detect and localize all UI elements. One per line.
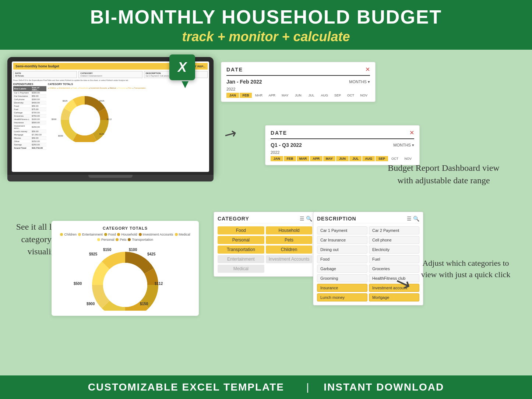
category-filter-icon[interactable]: ☰ [300, 216, 304, 222]
dashboard-text-content: Budget Report Dashboard view with adjust… [366, 162, 521, 187]
date-panel-2-months-label[interactable]: MONTHS ▾ [393, 143, 414, 148]
bottom-right-text: Adjust which categories to view with jus… [411, 258, 521, 280]
month-button[interactable]: MAY [279, 93, 292, 98]
month-button[interactable]: AUG [362, 156, 375, 161]
month-button[interactable]: NOV [402, 156, 414, 161]
month-button[interactable]: SEP [376, 156, 388, 161]
category-chip[interactable]: Entertainment [218, 255, 264, 263]
ss-table-row: Movies$50.00 [13, 137, 46, 140]
legend-label: Investment Accounts [143, 233, 173, 236]
month-button[interactable]: OCT [345, 93, 357, 98]
svg-text:$150: $150 [103, 248, 112, 252]
description-filter-icon[interactable]: ☰ [407, 216, 412, 222]
category-chip[interactable]: Pets [266, 236, 313, 244]
description-chip[interactable]: Insurance [317, 284, 367, 292]
month-button[interactable]: MAR [297, 156, 309, 161]
ss-table-row: Fuel$75.00 [13, 108, 46, 111]
month-button[interactable]: OCT [389, 156, 401, 161]
date-panel-2-months[interactable]: JANFEBMARAPRMAYJUNJULAUGSEPOCTNOV [271, 156, 414, 161]
description-chip[interactable]: Grooming [317, 274, 367, 282]
legend-label: Food [108, 233, 116, 236]
month-button[interactable]: MAR [253, 93, 265, 98]
month-button[interactable]: FEB [284, 156, 296, 161]
ss-table-row: Insurance$500.00 [13, 121, 46, 124]
page-header: BI-MONTHLY HOUSEHOLD BUDGET track + moni… [0, 0, 532, 50]
description-chip[interactable]: Food [317, 255, 367, 263]
month-button[interactable]: MAY [323, 156, 336, 161]
month-button[interactable]: JUN [336, 156, 349, 161]
ss-table-row: HealthFitness c.$100.00 [13, 118, 46, 121]
month-button[interactable]: JUL [305, 93, 318, 98]
category-chip[interactable]: Medical [218, 265, 264, 273]
chart-legend: ChildrenEntertainmentFoodHouseholdInvest… [57, 233, 194, 241]
description-chip[interactable]: Dining out [317, 246, 367, 254]
excel-download-arrow: ▼ [179, 77, 191, 91]
date-panel-1-range: Jan - Feb 2022 [226, 79, 262, 85]
month-button[interactable]: JAN [271, 156, 283, 161]
month-button[interactable]: FEB [240, 93, 252, 98]
svg-text:$100: $100 [129, 248, 137, 252]
ss-category-filter[interactable]: CATEGORY Children ▾ Entertainment ▾ [78, 71, 142, 78]
ss-section-title: EXPENDITURES [13, 83, 46, 85]
svg-point-7 [103, 263, 147, 307]
category-panel: CATEGORY ☰ 🔍 FoodHouseholdPersonalPetsTr… [214, 212, 316, 277]
legend-item: Pets [116, 238, 126, 241]
ss-table-row: Grand Total$10,742.00 [13, 146, 46, 150]
date-panel-2-title: DATE [271, 130, 287, 136]
description-filter-icons: ☰ 🔍 [407, 216, 419, 222]
month-button[interactable]: APR [310, 156, 323, 161]
ss-date-filter[interactable]: DATE All Periods [13, 71, 77, 78]
ss-table-row: Car Insurance$50.00 [13, 95, 46, 98]
description-chip[interactable]: Car Insurance [317, 236, 367, 244]
svg-text:$500: $500 [52, 118, 57, 120]
date-panel-1-close-icon[interactable]: ✕ [365, 66, 370, 73]
bottom-chart: CATEGORY TOTALS ChildrenEntertainmentFoo… [52, 221, 199, 316]
category-chip[interactable]: Food [218, 226, 264, 234]
description-chip[interactable]: Car 2 Payment [369, 226, 419, 234]
category-chip[interactable]: Investment Accounts [266, 255, 313, 263]
date-panel-1-months[interactable]: JANFEBMARAPRMAYJUNJULAUGSEPOCTNOV [226, 93, 370, 98]
category-panel-header: CATEGORY ☰ 🔍 [218, 216, 312, 223]
description-panel-header: DESCRIPTION ☰ 🔍 [317, 216, 419, 223]
description-chip[interactable]: Car 1 Payment [317, 226, 367, 234]
date-panel-2-close-icon[interactable]: ✕ [409, 129, 414, 136]
svg-text:$112: $112 [107, 118, 112, 120]
month-button[interactable]: JUL [349, 156, 362, 161]
description-chip[interactable]: Garbage [317, 265, 367, 273]
description-chip[interactable]: Cell phone [369, 236, 419, 244]
description-chip[interactable]: Lunch money [317, 293, 367, 301]
month-button[interactable]: AUG [318, 93, 331, 98]
legend-item: Children [60, 233, 77, 236]
bottom-chart-title: CATEGORY TOTALS [57, 226, 194, 230]
footer-right-text: INSTANT DOWNLOAD [320, 381, 444, 393]
ss-table-row: Groceries$750.00 [13, 114, 46, 118]
description-search-icon[interactable]: 🔍 [413, 216, 419, 222]
month-button[interactable]: JAN [226, 93, 239, 98]
footer-divider: | [295, 381, 320, 393]
date-panel-2-year: 2022 [271, 150, 414, 155]
description-chip[interactable]: Electricity [369, 246, 419, 254]
date-panel-1-months-label[interactable]: MONTHS ▾ [349, 80, 370, 84]
legend-dot [117, 233, 120, 236]
ss-donut-svg: $925 $425 $112 $150 $900 $500 [48, 91, 121, 142]
month-button[interactable]: NOV [357, 93, 370, 98]
date-panel-2: DATE ✕ Q1 - Q3 2022 MONTHS ▾ 2022 JANFEB… [265, 125, 420, 165]
category-chip[interactable]: Transportation [218, 246, 264, 254]
category-search-icon[interactable]: 🔍 [306, 216, 312, 222]
category-grid[interactable]: FoodHouseholdPersonalPetsTransportationC… [218, 226, 312, 273]
arrow-between-panels: ↗ [221, 123, 240, 144]
ss-table-row: Garbage$700.00 [13, 111, 46, 114]
laptop-base [7, 175, 214, 181]
ss-table-row: Car 1 Payment$300.00 [13, 91, 46, 95]
dashboard-line1: Budget Report Dashboard view [388, 163, 499, 173]
legend-label: Children [64, 233, 77, 236]
svg-text:$425: $425 [99, 100, 105, 102]
description-chip[interactable]: Mortgage [369, 293, 419, 301]
month-button[interactable]: JUN [292, 93, 304, 98]
category-chip[interactable]: Children [266, 246, 313, 254]
svg-text:$150: $150 [99, 133, 105, 135]
month-button[interactable]: APR [266, 93, 278, 98]
month-button[interactable]: SEP [331, 93, 344, 98]
category-chip[interactable]: Household [266, 226, 313, 234]
category-chip[interactable]: Personal [218, 236, 264, 244]
